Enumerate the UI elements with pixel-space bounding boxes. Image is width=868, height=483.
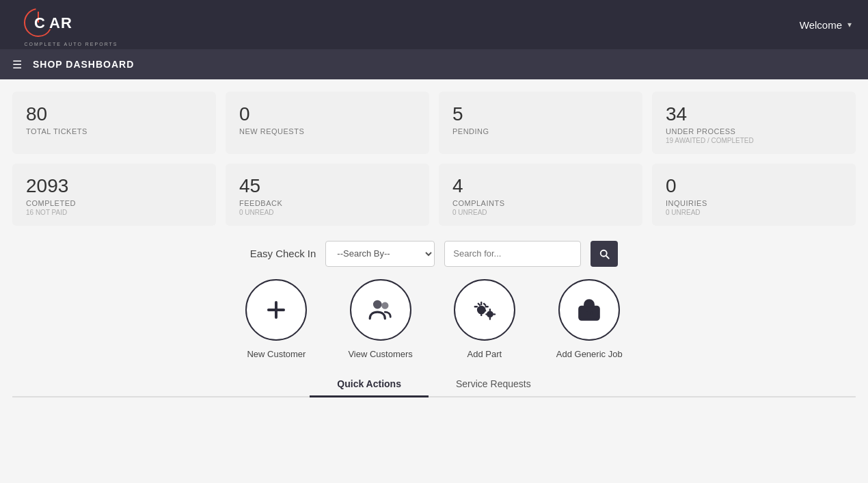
welcome-menu[interactable]: Welcome ▾ <box>800 19 852 31</box>
svg-point-5 <box>382 302 388 308</box>
stat-number: 4 <box>452 176 629 197</box>
action-new-customer[interactable]: New Customer <box>245 279 307 359</box>
dashboard-title: SHOP DASHBOARD <box>33 59 134 70</box>
stat-number: 34 <box>666 104 842 125</box>
stat-number: 2093 <box>26 176 202 197</box>
add-part-label: Add Part <box>467 349 502 359</box>
add-part-circle <box>454 279 515 341</box>
stat-sublabel: 19 AWAITED / COMPLETED <box>666 137 842 144</box>
checkin-label: Easy Check In <box>250 248 316 259</box>
chevron-down-icon: ▾ <box>847 20 852 29</box>
search-input[interactable] <box>444 241 581 267</box>
logo-text: C AR <box>16 3 126 40</box>
logo-subtext: COMPLETE AUTO REPORTS <box>24 42 118 47</box>
svg-text:AR: AR <box>49 14 72 31</box>
action-add-generic-job[interactable]: Add Generic Job <box>556 279 623 359</box>
svg-text:C: C <box>34 14 46 31</box>
stat-sublabel: 0 UNREAD <box>666 209 842 216</box>
welcome-text: Welcome <box>800 19 842 31</box>
search-button[interactable] <box>591 241 618 267</box>
stat-total-tickets: 80 TOTAL TICKETS <box>12 92 216 154</box>
stat-number: 5 <box>452 104 629 125</box>
stat-pending: 5 PENDING <box>439 92 642 154</box>
action-add-part[interactable]: Add Part <box>454 279 515 359</box>
stat-new-requests: 0 NEW REQUESTS <box>226 92 429 154</box>
stat-sublabel: 16 NOT PAID <box>26 209 202 216</box>
tab-service-requests[interactable]: Service Requests <box>429 371 558 396</box>
stat-inquiries: 0 INQUIRIES 0 UNREAD <box>652 164 856 226</box>
add-generic-job-label: Add Generic Job <box>556 349 623 359</box>
stat-number: 80 <box>26 104 202 125</box>
stat-label: UNDER PROCESS <box>666 127 842 135</box>
stat-label: PENDING <box>452 127 629 135</box>
logo-area: C AR COMPLETE AUTO REPORTS <box>16 3 126 47</box>
header: C AR COMPLETE AUTO REPORTS Welcome ▾ <box>0 0 868 49</box>
stat-label: COMPLETED <box>26 199 202 207</box>
stat-feedback: 45 FEEDBACK 0 UNREAD <box>226 164 429 226</box>
gears-icon <box>472 297 498 323</box>
action-view-customers[interactable]: View Customers <box>348 279 412 359</box>
easy-checkin-row: Easy Check In --Search By-- By Name By P… <box>12 241 856 267</box>
stat-label: INQUIRIES <box>666 199 842 207</box>
new-customer-label: New Customer <box>247 349 306 359</box>
stat-completed: 2093 COMPLETED 16 NOT PAID <box>12 164 216 226</box>
stat-label: FEEDBACK <box>239 199 416 207</box>
nav-bar: ☰ SHOP DASHBOARD <box>0 49 868 79</box>
stat-label: NEW REQUESTS <box>239 127 416 135</box>
stat-number: 0 <box>666 176 842 197</box>
stat-label: COMPLAINTS <box>452 199 629 207</box>
add-generic-job-circle <box>558 279 620 341</box>
stat-number: 0 <box>239 104 416 125</box>
stat-sublabel: 0 UNREAD <box>239 209 416 216</box>
search-by-select[interactable]: --Search By-- By Name By Phone By Email <box>325 241 435 267</box>
stat-number: 45 <box>239 176 416 197</box>
main-content: 80 TOTAL TICKETS 0 NEW REQUESTS 5 PENDIN… <box>0 79 868 397</box>
tabs-row: Quick Actions Service Requests <box>12 371 856 397</box>
svg-point-4 <box>374 301 381 308</box>
view-customers-label: View Customers <box>348 349 412 359</box>
stat-label: TOTAL TICKETS <box>26 127 202 135</box>
stats-row-2: 2093 COMPLETED 16 NOT PAID 45 FEEDBACK 0… <box>12 164 856 226</box>
quick-actions-row: New Customer View Customers <box>12 279 856 359</box>
stat-complaints: 4 COMPLAINTS 0 UNREAD <box>439 164 642 226</box>
svg-rect-8 <box>580 306 599 319</box>
users-icon <box>368 297 394 323</box>
briefcase-icon <box>576 297 602 323</box>
new-customer-circle <box>245 279 307 341</box>
stat-under-process: 34 UNDER PROCESS 19 AWAITED / COMPLETED <box>652 92 856 154</box>
menu-icon[interactable]: ☰ <box>12 58 22 71</box>
view-customers-circle <box>350 279 411 341</box>
stats-row-1: 80 TOTAL TICKETS 0 NEW REQUESTS 5 PENDIN… <box>12 92 856 154</box>
stat-sublabel: 0 UNREAD <box>452 209 629 216</box>
tab-quick-actions[interactable]: Quick Actions <box>310 371 429 396</box>
search-icon <box>598 248 610 260</box>
plus-icon <box>263 297 289 323</box>
